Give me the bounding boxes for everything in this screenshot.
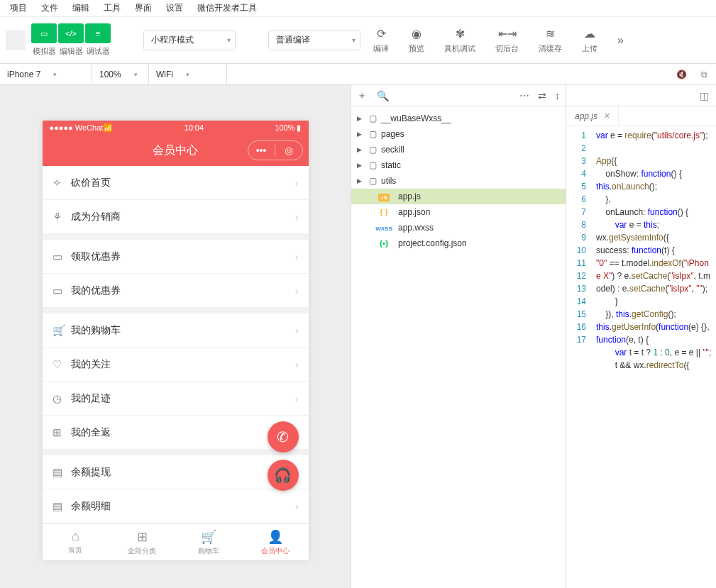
menu-设置[interactable]: 设置 <box>159 2 190 14</box>
item-icon: ▭ <box>53 284 71 297</box>
chevron-right-icon: › <box>295 359 299 370</box>
add-file-icon[interactable]: ＋ <box>357 89 367 102</box>
list-item[interactable]: ⚘成为分销商› <box>43 200 309 234</box>
tab-icon: 🛒 <box>201 529 216 545</box>
folder-label: utils <box>381 176 396 186</box>
expand-icon[interactable]: ▶ <box>357 162 364 169</box>
fab-support[interactable]: 🎧 <box>268 460 299 491</box>
background-button[interactable]: ⇤⇥切后台 <box>488 26 526 54</box>
folder-utils[interactable]: ▶▢utils <box>351 173 566 189</box>
network-select[interactable]: WiFi <box>149 64 227 85</box>
expand-icon[interactable]: ▶ <box>357 146 364 153</box>
item-label: 我的关注 <box>71 358 111 371</box>
file-app.json[interactable]: { }app.json <box>351 204 566 220</box>
expand-icon[interactable]: ▶ <box>357 177 364 184</box>
chevron-right-icon: › <box>295 177 299 189</box>
folder-pages[interactable]: ▶▢pages <box>351 126 566 142</box>
file-app.js[interactable]: JSapp.js <box>351 189 566 204</box>
more-icon[interactable]: ⋯ <box>519 90 529 101</box>
menu-项目[interactable]: 项目 <box>3 2 34 14</box>
file-project.config.json[interactable]: {•}project.config.json <box>351 235 566 251</box>
fab-phone[interactable]: ✆ <box>268 421 299 453</box>
target-icon[interactable]: ◎ <box>275 145 302 156</box>
status-bar: ●●●●● WeChat📶 10:04 100% ▮ <box>43 121 309 135</box>
battery-label: 100% ▮ <box>275 123 301 133</box>
chevron-right-icon: › <box>295 393 299 404</box>
tabbar: ⌂首页⊞全部分类🛒购物车👤会员中心 <box>43 523 309 560</box>
item-label: 成为分销商 <box>71 211 121 223</box>
tab-label: 首页 <box>68 545 82 555</box>
list-item[interactable]: ▭我的优惠券› <box>43 274 309 308</box>
item-label: 余额明细 <box>71 500 111 513</box>
folder-seckill[interactable]: ▶▢seckill <box>351 142 566 157</box>
file-icon: { } <box>373 207 395 217</box>
folder-icon: ▢ <box>367 160 378 170</box>
clear-cache-button[interactable]: ≋清缓存 <box>532 26 569 54</box>
close-icon[interactable]: ✕ <box>603 111 610 121</box>
folder-__wuBaseWxss__[interactable]: ▶▢__wuBaseWxss__ <box>351 111 566 126</box>
sort-icon[interactable]: ↕ <box>555 90 560 101</box>
menu-icon[interactable]: ••• <box>248 145 275 156</box>
tab-icon: ⊞ <box>137 529 148 545</box>
folder-static[interactable]: ▶▢static <box>351 157 566 173</box>
tree-toolbar: ＋ 🔍 ⋯ ⇄ ↕ <box>351 85 566 106</box>
item-icon: ✧ <box>53 177 71 189</box>
file-label: app.json <box>398 207 430 217</box>
chevron-right-icon: › <box>295 211 299 223</box>
mode-select[interactable]: 小程序模式 <box>143 30 236 50</box>
item-label: 我的购物车 <box>71 324 121 337</box>
carrier-label: ●●●●● WeChat📶 <box>50 123 114 133</box>
menu-文件[interactable]: 文件 <box>34 2 65 14</box>
folder-icon: ▢ <box>367 129 378 139</box>
tab-icon: 👤 <box>268 529 283 545</box>
file-icon: JS <box>373 192 395 201</box>
zoom-select[interactable]: 100% <box>92 64 149 85</box>
list-item[interactable]: 🛒我的购物车› <box>43 314 309 348</box>
remote-debug-button[interactable]: ✾真机调试 <box>437 26 483 54</box>
mute-icon[interactable]: 🔇 <box>671 70 693 79</box>
toolbar: ▭ 模拟器 </> 编辑器 ≡ 调试器 小程序模式 普通编译 ⟳编译 ◉预览 ✾… <box>0 17 716 64</box>
code-lines[interactable]: var e = require("utils/core.js"); App({ … <box>592 126 716 588</box>
expand-icon[interactable]: ▶ <box>357 131 364 138</box>
folder-label: seckill <box>381 145 404 155</box>
device-select[interactable]: iPhone 7 <box>0 64 92 85</box>
preview-button[interactable]: ◉预览 <box>402 26 431 54</box>
tab-会员中心[interactable]: 👤会员中心 <box>242 524 309 560</box>
file-label: app.wxss <box>398 223 434 233</box>
upload-button[interactable]: ☁上传 <box>575 26 605 54</box>
tab-购物车[interactable]: 🛒购物车 <box>175 524 242 560</box>
settings-icon[interactable]: ⇄ <box>538 90 546 101</box>
tab-全部分类[interactable]: ⊞全部分类 <box>109 524 175 560</box>
item-icon: ⚘ <box>53 211 71 223</box>
editor-button[interactable]: </> <box>58 23 84 43</box>
compile-mode-select[interactable]: 普通编译 <box>268 30 360 50</box>
item-icon: ▤ <box>53 500 71 513</box>
capsule[interactable]: ••• ◎ <box>248 140 303 160</box>
split-icon[interactable]: ◫ <box>700 90 709 101</box>
list-item[interactable]: ♡我的关注› <box>43 348 309 382</box>
simulator-button[interactable]: ▭ <box>31 23 57 43</box>
compile-button[interactable]: ⟳编译 <box>366 26 396 54</box>
tab-首页[interactable]: ⌂首页 <box>43 524 109 560</box>
rotate-icon[interactable]: ⧉ <box>693 70 716 79</box>
expand-icon[interactable]: ▶ <box>357 115 364 122</box>
item-icon: ▭ <box>53 250 71 263</box>
user-avatar[interactable] <box>6 30 26 50</box>
menu-微信开发者工具[interactable]: 微信开发者工具 <box>190 2 264 14</box>
more-button[interactable]: » <box>610 33 631 48</box>
debugger-button[interactable]: ≡ <box>85 23 111 43</box>
tab-label: 购物车 <box>198 546 219 556</box>
editor-toolbar: ◫ <box>566 85 716 106</box>
menu-界面[interactable]: 界面 <box>128 2 159 14</box>
list-item[interactable]: ◷我的足迹› <box>43 382 309 416</box>
list-item[interactable]: ✧砍价首页› <box>43 166 309 200</box>
item-icon: ♡ <box>53 358 71 371</box>
time-label: 10:04 <box>184 123 204 132</box>
file-app.wxss[interactable]: WXSSapp.wxss <box>351 220 566 235</box>
search-icon[interactable]: 🔍 <box>377 90 389 101</box>
menu-编辑[interactable]: 编辑 <box>65 2 97 14</box>
list-item[interactable]: ▭领取优惠券› <box>43 240 309 274</box>
menu-工具[interactable]: 工具 <box>97 2 128 14</box>
list-item[interactable]: ▤余额明细› <box>43 489 309 523</box>
editor-tab[interactable]: app.js ✕ <box>566 106 619 126</box>
